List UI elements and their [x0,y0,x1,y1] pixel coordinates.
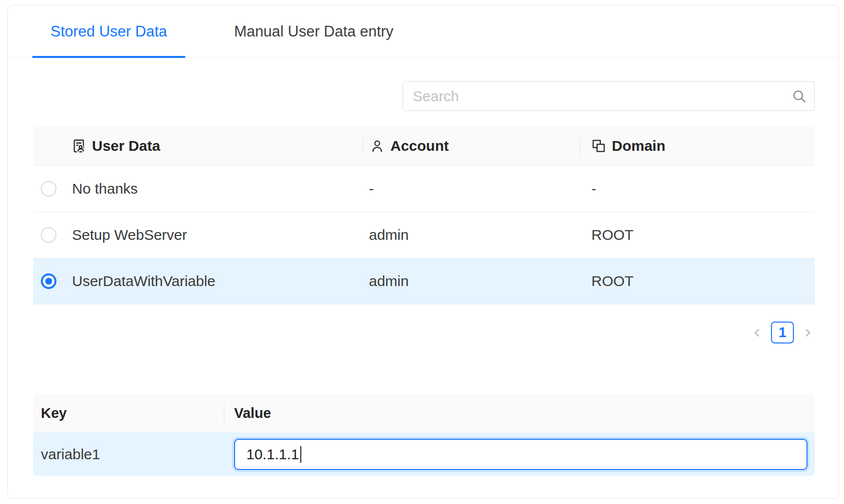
column-header-user-data: User Data [33,138,363,154]
variable-value-cell: 10.1.1.1 [224,439,815,470]
column-label: User Data [92,138,160,154]
cell-user-data: UserDataWithVariable [64,273,363,289]
profile-icon [71,138,87,154]
variable-value-input[interactable]: 10.1.1.1 [234,439,807,470]
cell-user-data: No thanks [64,180,363,197]
column-header-account: Account [363,138,581,154]
cell-domain: - [581,180,815,197]
screen: Stored User Data Manual User Data entry [0,0,844,504]
chevron-left-icon [752,327,763,339]
cell-account: admin [363,273,581,289]
page-number: 1 [778,324,786,341]
search-input[interactable] [403,81,784,111]
column-header-domain: Domain [581,138,815,154]
user-data-panel: Stored User Data Manual User Data entry [7,5,839,499]
header-divider [363,138,363,155]
column-header-value: Value [224,405,815,421]
previous-page-button[interactable] [750,322,765,343]
block-icon [591,138,606,154]
column-label: Domain [612,138,665,154]
table-header: User Data Account [33,126,815,166]
tab-bar: Stored User Data Manual User Data entry [8,5,839,58]
cell-account: admin [363,227,581,243]
tab-manual-user-data-entry[interactable]: Manual User Data entry [234,5,393,58]
radio-selected[interactable] [41,273,56,289]
search-button[interactable] [784,81,815,111]
tab-stored-user-data[interactable]: Stored User Data [32,5,185,58]
variable-value-text: 10.1.1.1 [246,446,299,463]
table-row-no-thanks[interactable]: No thanks - - [33,166,815,212]
pagination: 1 [750,322,815,343]
radio-unselected[interactable] [41,181,56,197]
cell-user-data: Setup WebServer [64,227,363,243]
page-number-button[interactable]: 1 [771,322,794,343]
column-header-key: Key [33,405,224,421]
table-row-userdatawithvariable[interactable]: UserDataWithVariable admin ROOT [33,258,815,305]
user-data-table: User Data Account [33,126,815,305]
radio-unselected[interactable] [41,227,56,243]
cell-domain: ROOT [581,227,815,243]
column-label: Account [390,138,449,154]
user-icon [369,138,385,154]
cell-account: - [363,180,581,197]
cell-domain: ROOT [581,273,815,289]
text-caret [300,446,301,463]
variables-header: Key Value [33,394,815,432]
tab-label: Manual User Data entry [234,23,393,40]
chevron-right-icon [802,327,813,339]
variables-table: Key Value variable1 10.1.1.1 [33,394,815,476]
variable-row: variable1 10.1.1.1 [33,432,815,476]
search-icon [791,89,807,104]
header-divider [580,138,581,155]
variable-key: variable1 [33,446,224,463]
next-page-button[interactable] [800,322,815,343]
active-tab-indicator [32,56,185,58]
header-divider [224,404,224,423]
table-row-setup-webserver[interactable]: Setup WebServer admin ROOT [33,212,815,258]
tab-label: Stored User Data [51,23,167,40]
